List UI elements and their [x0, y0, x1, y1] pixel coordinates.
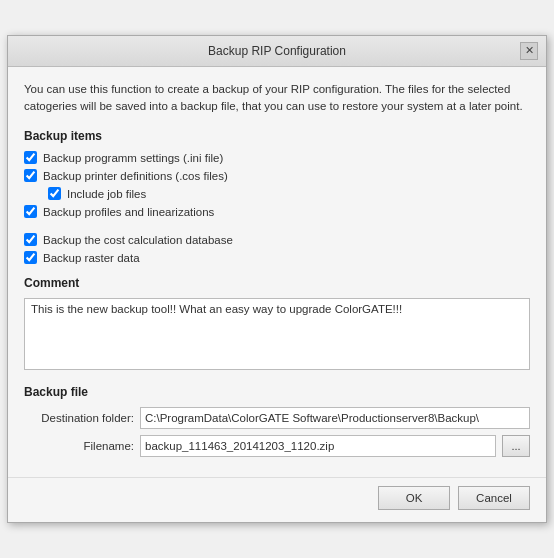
extra-items-section: Backup the cost calculation database Bac…: [24, 233, 530, 264]
checkbox-include-job-files: Include job files: [48, 187, 530, 200]
checkbox-cost-calculation-input[interactable]: [24, 233, 37, 246]
checkbox-include-job-files-input[interactable]: [48, 187, 61, 200]
checkbox-programm-settings-label: Backup programm settings (.ini file): [43, 152, 223, 164]
checkbox-printer-definitions-input[interactable]: [24, 169, 37, 182]
description-text: You can use this function to create a ba…: [24, 81, 530, 116]
destination-folder-row: Destination folder:: [24, 407, 530, 429]
checkbox-raster-data: Backup raster data: [24, 251, 530, 264]
backup-items-section: Backup items Backup programm settings (.…: [24, 129, 530, 218]
comment-section: Comment This is the new backup tool!! Wh…: [24, 276, 530, 373]
checkbox-printer-definitions: Backup printer definitions (.cos files): [24, 169, 530, 182]
filename-input[interactable]: [140, 435, 496, 457]
comment-title: Comment: [24, 276, 530, 290]
checkbox-cost-calculation-label: Backup the cost calculation database: [43, 234, 233, 246]
checkbox-raster-data-input[interactable]: [24, 251, 37, 264]
checkbox-raster-data-label: Backup raster data: [43, 252, 140, 264]
checkbox-printer-definitions-label: Backup printer definitions (.cos files): [43, 170, 228, 182]
filename-row: Filename: ...: [24, 435, 530, 457]
dialog-window: Backup RIP Configuration ✕ You can use t…: [7, 35, 547, 524]
dialog-content: You can use this function to create a ba…: [8, 67, 546, 474]
dialog-title: Backup RIP Configuration: [34, 44, 520, 58]
filename-label: Filename:: [24, 440, 134, 452]
checkbox-profiles: Backup profiles and linearizations: [24, 205, 530, 218]
ok-button[interactable]: OK: [378, 486, 450, 510]
cancel-button[interactable]: Cancel: [458, 486, 530, 510]
title-bar: Backup RIP Configuration ✕: [8, 36, 546, 67]
close-button[interactable]: ✕: [520, 42, 538, 60]
checkbox-cost-calculation: Backup the cost calculation database: [24, 233, 530, 246]
checkbox-programm-settings: Backup programm settings (.ini file): [24, 151, 530, 164]
backup-items-title: Backup items: [24, 129, 530, 143]
dialog-footer: OK Cancel: [8, 477, 546, 522]
destination-folder-label: Destination folder:: [24, 412, 134, 424]
checkbox-profiles-label: Backup profiles and linearizations: [43, 206, 214, 218]
checkbox-include-job-files-label: Include job files: [67, 188, 146, 200]
backup-file-title: Backup file: [24, 385, 530, 399]
destination-folder-input[interactable]: [140, 407, 530, 429]
checkbox-profiles-input[interactable]: [24, 205, 37, 218]
checkbox-programm-settings-input[interactable]: [24, 151, 37, 164]
comment-textarea[interactable]: This is the new backup tool!! What an ea…: [24, 298, 530, 370]
backup-file-section: Backup file Destination folder: Filename…: [24, 385, 530, 457]
browse-button[interactable]: ...: [502, 435, 530, 457]
